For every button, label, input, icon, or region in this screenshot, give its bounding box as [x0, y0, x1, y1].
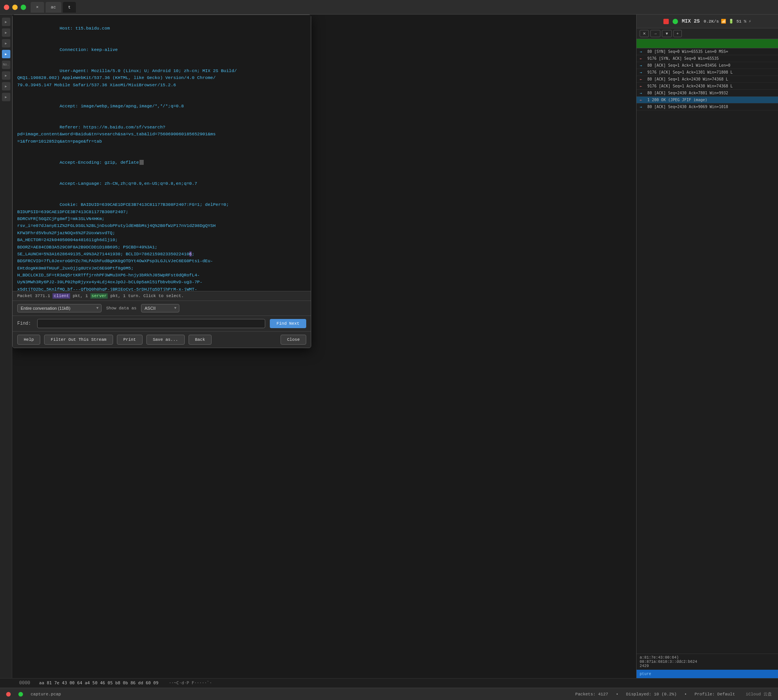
- filter-out-button[interactable]: Filter Out This Stream: [44, 335, 113, 345]
- stream-line-3: User-Agent: Mozilla/5.0 (Linux; U; Andro…: [17, 60, 306, 95]
- hex-values: aa 81 7e 43 00 64 a4 50 46 05 b8 0b 86 d…: [39, 680, 158, 685]
- tab-bar: × ac t: [31, 2, 774, 13]
- detail-item-3: 2429: [640, 664, 775, 668]
- top-bar: × ac t: [0, 0, 778, 15]
- sidebar-icon-1[interactable]: ▶: [2, 18, 10, 26]
- close-window-button[interactable]: [4, 5, 9, 10]
- record-status-dot: [6, 692, 11, 697]
- left-sidebar: ▶ ▶ ▶ ▶ No. ▶ ▶ ▶: [0, 15, 12, 678]
- cookie-line: Cookie: BAIDUID=639CAE1DFCE3B7413C81177B…: [17, 202, 229, 291]
- packet-row-8[interactable]: ← 1 200 OK (JPEG JFIF image): [636, 97, 778, 103]
- pkt-info-5: 80 [ACK] Seq=1 Ack=2430 Win=74368 L: [647, 77, 775, 81]
- pkt-info-7: 80 [ACK] Seq=2430 Ack=7801 Win=9932: [647, 91, 775, 95]
- pkt-info-4: 9176 [ACK] Seq=1 Ack=1301 Win=71808 L: [647, 70, 775, 74]
- pkt-arrow-7: →: [640, 91, 646, 95]
- sidebar-icon-8[interactable]: ▶: [2, 93, 10, 101]
- sidebar-icon-2[interactable]: ▶: [2, 28, 10, 37]
- tab-ac[interactable]: ac: [46, 2, 61, 13]
- packet-info-mid: pkt, 1: [73, 293, 90, 298]
- active-status-dot: [18, 692, 23, 697]
- conversation-select-wrapper[interactable]: Entire conversation (11kB) This address …: [17, 304, 102, 312]
- packet-row-1[interactable]: → 80 [SYN] Seq=0 Win=65535 Len=0 MSS=: [636, 48, 778, 55]
- packet-info-bar: Packet 3771.1 client pkt, 1 server pkt, …: [13, 291, 311, 300]
- conversation-select[interactable]: Entire conversation (11kB) This address …: [17, 304, 102, 312]
- find-next-button[interactable]: Find Next: [270, 319, 306, 328]
- show-data-label: Show data as: [106, 306, 137, 310]
- packet-row-6[interactable]: ← 9176 [ACK] Seq=1 Ack=2430 Win=74368 L: [636, 83, 778, 90]
- status-separator-1: •: [616, 692, 618, 697]
- toolbar-close-btn[interactable]: ✕: [640, 30, 649, 37]
- minimize-window-button[interactable]: [12, 5, 18, 10]
- capture-label: pture: [640, 672, 651, 676]
- packet-row-7[interactable]: → 80 [ACK] Seq=2430 Ack=7801 Win=9932: [636, 90, 778, 97]
- server-label: server: [90, 293, 108, 298]
- status-bar: capture.pcap Packets: 4127 • Displayed: …: [0, 688, 778, 700]
- packet-row-5[interactable]: ← 80 [ACK] Seq=1 Ack=2430 Win=74368 L: [636, 76, 778, 83]
- sidebar-icon-7[interactable]: ▶: [2, 82, 10, 90]
- hex-offset: 0000: [19, 680, 30, 686]
- back-button[interactable]: Back: [188, 335, 212, 345]
- pkt-info-8: 1 200 OK (JPEG JFIF image): [647, 98, 775, 102]
- toolbar-dropdown-btn[interactable]: ▼: [662, 30, 672, 37]
- tab-active[interactable]: t: [63, 2, 76, 13]
- packet-row-2[interactable]: ← 9176 [SYN, ACK] Seq=0 Win=65535: [636, 55, 778, 62]
- close-button[interactable]: Close: [280, 335, 306, 345]
- battery-text: 51: [736, 19, 741, 24]
- hex-panel: 0000 aa 81 7e 43 00 64 a4 50 46 05 b8 0b…: [0, 678, 778, 688]
- client-label: client: [53, 293, 70, 298]
- packet-row-9[interactable]: → 80 [ACK] Seq=2430 Ack=9069 Win=1018: [636, 103, 778, 110]
- accept-line: Accept: image/webp,image/apng,image/*,*/…: [59, 103, 183, 108]
- pkt-arrow-8: ←: [640, 98, 646, 102]
- save-as-button[interactable]: Save as...: [147, 335, 185, 345]
- tab-close[interactable]: ×: [31, 2, 44, 13]
- encoding-line: Accept-Encoding: gzip, deflate: [59, 160, 139, 165]
- device-title-text: MIX 2S: [682, 18, 700, 24]
- stream-line-4: Accept: image/webp,image/apng,image/*,*/…: [17, 95, 306, 117]
- print-button[interactable]: Print: [117, 335, 143, 345]
- status-profile: Profile: Default: [695, 692, 735, 697]
- capture-button[interactable]: pture: [636, 670, 778, 678]
- pkt-arrow-2: ←: [640, 57, 646, 60]
- stream-content-area[interactable]: Host: t15.baidu.com Connection: keep-ali…: [13, 15, 311, 291]
- encoding-select[interactable]: ASCII EBCDIC Hex Dump C Arrays Raw: [141, 304, 179, 312]
- follow-tcp-stream-dialog: Host: t15.baidu.com Connection: keep-ali…: [12, 15, 311, 348]
- connection-line: Connection: keep-alive: [59, 47, 118, 52]
- maximize-window-button[interactable]: [21, 5, 26, 10]
- packet-list[interactable]: → 80 [SYN] Seq=0 Win=65535 Len=0 MSS= ← …: [636, 48, 778, 653]
- stream-line-5: Referer: https://m.baidu.com/sf/vsearch?…: [17, 117, 306, 152]
- find-input[interactable]: [37, 319, 265, 328]
- toolbar-forward-btn[interactable]: →: [650, 30, 660, 37]
- sidebar-icon-5[interactable]: No.: [2, 60, 10, 69]
- sidebar-icon-6[interactable]: ▶: [2, 71, 10, 80]
- language-line: Accept-Language: zh-CN,zh;q=0.9,en-US;q=…: [59, 181, 197, 186]
- device-status: 0.2K/s 📶 🔋 51% ⚡: [704, 19, 751, 24]
- referer-line: Referer: https://m.baidu.com/sf/vsearch?…: [17, 125, 216, 144]
- hex-ascii: ··~C·d·P F·····`·: [168, 680, 212, 685]
- find-label: Find:: [17, 321, 33, 326]
- packet-row-3[interactable]: → 80 [ACK] Seq=1 Ack=1 Win=83456 Len=0: [636, 62, 778, 69]
- app-container: × ac t ▶ ▶ ▶ ▶ No. ▶ ▶ ▶: [0, 0, 778, 700]
- cloud-label: iCloud 云盘: [746, 691, 772, 697]
- user-agent-line: User-Agent: Mozilla/5.0 (Linux; U; Andro…: [17, 68, 237, 87]
- toolbar-add-btn[interactable]: +: [673, 30, 682, 37]
- packet-info-text: Packet 3771.1: [17, 293, 53, 298]
- battery-icon: 🔋: [728, 19, 734, 24]
- help-button[interactable]: Help: [17, 335, 40, 345]
- record-indicator: [663, 19, 669, 24]
- http-header-line: Host: t15.baidu.com: [59, 26, 110, 31]
- encoding-select-wrapper[interactable]: ASCII EBCDIC Hex Dump C Arrays Raw ▼: [141, 304, 179, 312]
- detail-item-1: a:81:7e:43:00:64): [640, 655, 775, 660]
- stream-line: Host: t15.baidu.com: [17, 18, 306, 39]
- pkt-info-9: 80 [ACK] Seq=2430 Ack=9069 Win=1018: [647, 105, 775, 109]
- status-filename: capture.pcap: [31, 692, 61, 697]
- signal-text: 0.2K/s: [704, 19, 719, 24]
- pkt-arrow-5: ←: [640, 77, 646, 81]
- sidebar-icon-4[interactable]: ▶: [2, 50, 10, 58]
- detail-item-2: 08:871a:6810:3::ddc2:b624: [640, 660, 775, 664]
- stream-line-6: Accept-Encoding: gzip, deflate: [17, 152, 306, 173]
- pkt-info-6: 9176 [ACK] Seq=1 Ack=2430 Win=74368 L: [647, 84, 775, 88]
- packet-row-4[interactable]: → 9176 [ACK] Seq=1 Ack=1301 Win=71808 L: [636, 69, 778, 76]
- filter-bar[interactable]: [636, 39, 778, 48]
- filter-text: [640, 42, 644, 46]
- sidebar-icon-3[interactable]: ▶: [2, 39, 10, 48]
